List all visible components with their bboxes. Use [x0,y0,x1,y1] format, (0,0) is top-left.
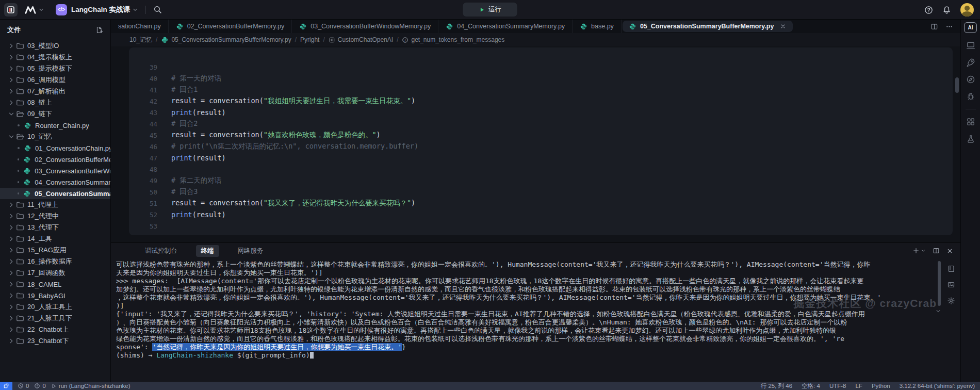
image-icon[interactable] [947,281,955,289]
tree-folder[interactable]: 11_代理上 [0,199,110,210]
tree-folder[interactable]: 21_人脉工具下 [0,313,110,324]
tree-folder[interactable]: 07_解析输出 [0,86,110,97]
editor-tab[interactable]: 04_ConversationSummaryMemory.py [438,20,573,33]
breadcrumb-item[interactable]: CustomChatOpenAI [329,36,393,43]
chevron-right-icon [7,76,15,84]
folder-label: 06_调用模型 [27,75,66,85]
tree-file[interactable]: 03_ConversationBufferWindo... [0,165,110,176]
tree-folder[interactable]: 10_记忆 [0,131,110,142]
code-line: 41# 回合1 [129,84,953,95]
tab-bar: sationChain.py02_ConversationBufferMemor… [111,20,960,33]
errors-indicator[interactable]: 0 [18,383,29,389]
folder-label: 17_回调函数 [27,268,66,278]
apps-grid-icon[interactable] [966,117,975,126]
add-terminal-icon[interactable] [912,247,926,254]
code-line: 46# print("\n第二次对话后的记忆:\n", conversation… [129,141,953,152]
tree-folder[interactable]: 14_工具 [0,233,110,245]
tree-file[interactable]: 01_ConversationChain.py [0,142,110,154]
tree-folder[interactable]: 18_CAMEL [0,279,110,290]
breadcrumb-item[interactable]: fget_num_tokens_from_messages [402,36,504,43]
remote-button[interactable] [0,382,12,390]
status-item[interactable]: LF [855,383,862,389]
tree-folder[interactable]: 23_Chatbot下 [0,335,110,347]
run-button[interactable]: 运行 [463,3,517,17]
terminal-scrollbar[interactable] [938,261,941,306]
run-config-status[interactable]: run (LangChain-shizhanke) [51,383,130,389]
status-item[interactable]: 3.12.2 64-bit ('shims': pyenv) [900,383,975,389]
marscode-logo-icon[interactable] [25,5,36,14]
compass-icon[interactable] [966,75,975,84]
folder-label: 05_提示模板下 [27,64,72,73]
file-label: Rounter_Chain.py [35,122,89,129]
tree-file[interactable]: 04_ConversationSummaryMe... [0,176,110,188]
folder-label: 11_代理上 [27,200,58,209]
bug-icon[interactable] [966,92,975,101]
split-editor-icon[interactable] [930,23,938,30]
new-file-icon[interactable] [95,26,103,34]
search-icon[interactable] [153,5,162,14]
status-item[interactable]: UTF-8 [829,383,846,389]
status-item[interactable]: Python [872,383,890,389]
warnings-indicator[interactable]: 0 [34,383,45,389]
breadcrumb-item[interactable]: 10_记忆 [129,36,152,44]
chevron-right-icon [7,88,15,95]
tree-folder[interactable]: 09_链下 [0,108,110,120]
status-right: 行 25, 列 46空格: 4UTF-8LFPython3.12.2 64-bi… [761,382,980,390]
tree-folder[interactable]: 19_BabyAGI [0,290,110,301]
tree-folder[interactable]: 17_回调函数 [0,267,110,279]
chevron-down-icon[interactable] [38,7,44,13]
notebook-icon[interactable] [947,265,955,273]
tree-file[interactable]: 05_ConversationSummaryBuf... [0,188,110,199]
chevron-down-icon[interactable] [132,7,138,13]
tree-file[interactable]: 02_ConversationBufferMemor... [0,154,110,165]
app-logo-icon[interactable] [4,3,18,17]
tree-file[interactable]: Rounter_Chain.py [0,120,110,131]
tree-folder[interactable]: 06_调用模型 [0,74,110,86]
editor-scrollbar[interactable] [955,77,959,93]
tree-folder[interactable]: 15_RAG应用 [0,245,110,256]
device-preview-icon[interactable] [966,41,975,50]
folder-label: 15_RAG应用 [27,246,67,255]
tree-folder[interactable]: 12_代理中 [0,210,110,222]
rocket-icon[interactable] [966,58,975,67]
chevron-right-icon [7,281,15,288]
editor-tab[interactable]: sationChain.py [111,20,169,33]
code-editor[interactable]: 3940# 第一天的对话41# 回合142result = conversati… [129,47,953,235]
chevron-right-icon [7,337,15,345]
folder-open-icon [15,110,25,118]
breadcrumb-item[interactable]: 05_ConversationSummaryBufferMemory.py [161,36,291,44]
editor-tab[interactable]: 05_ConversationSummaryBufferMemory.py [623,21,793,32]
panel-tab[interactable]: 终端 [196,245,219,257]
help-icon[interactable] [924,6,933,14]
tree-folder[interactable]: 16_操作数据库 [0,256,110,267]
tree-folder[interactable]: 03_模型IO [0,40,110,52]
project-name[interactable]: LangChain 实战课 [71,5,130,14]
editor-tab[interactable]: base.py [573,20,622,33]
editor-tab[interactable]: 03_ConversationBufferWindowMemory.py [292,20,438,33]
ai-assistant-button[interactable]: AI [964,22,977,33]
tree-folder[interactable]: 04_提示模板上 [0,52,110,63]
terminal-prompt[interactable]: (shims) → LangChain-shizhanke $(git_prom… [116,351,939,360]
more-icon[interactable] [945,23,953,30]
tree-folder[interactable]: 20_人脉工具上 [0,301,110,313]
split-panel-icon[interactable] [933,247,940,254]
status-item[interactable]: 行 25, 列 46 [761,382,792,390]
bell-icon[interactable] [942,6,951,14]
tree-folder[interactable]: 05_提示模板下 [0,63,110,74]
panel-tab[interactable]: 网络服务 [233,245,269,257]
tree-folder[interactable]: 08_链上 [0,97,110,108]
user-avatar[interactable] [960,3,974,17]
close-panel-icon[interactable] [946,248,953,254]
terminal-line: 色玫瑰为主花材的花束。你可以要求花艺师用18支粉色玫瑰，18这个数字在生日的时候… [116,327,939,335]
terminal-line: 天来是因为你的姐姐明天要过生日，你想要为她买一束生日花束。')] [116,269,939,277]
close-icon[interactable] [779,23,787,29]
status-item[interactable]: 空格: 4 [802,382,820,390]
explorer-title: 文件 [7,25,95,35]
panel-tab[interactable]: 调试控制台 [140,245,183,257]
gear-icon[interactable] [947,297,955,305]
tree-folder[interactable]: 13_代理下 [0,222,110,233]
breadcrumb-item[interactable]: Pyright [300,36,319,43]
editor-tab[interactable]: 02_ConversationBufferMemory.py [169,20,292,33]
tree-folder[interactable]: 22_Chatbot上 [0,324,110,335]
flask-icon[interactable] [966,134,975,143]
